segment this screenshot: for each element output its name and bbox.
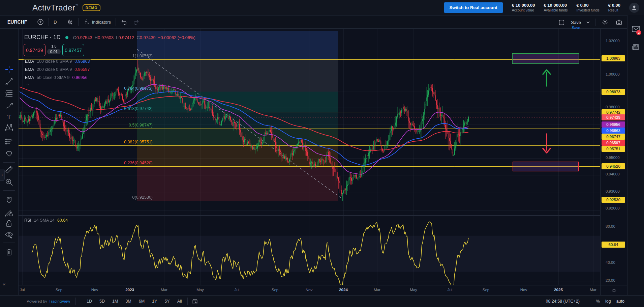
time-axis-label: Mar	[374, 288, 380, 292]
logo-text: ActivTrader	[32, 3, 75, 12]
switch-to-real-button[interactable]: Switch to Real account	[444, 2, 503, 13]
range-button-1m[interactable]: 1M	[110, 298, 121, 305]
percent-scale-button[interactable]: %	[596, 299, 600, 304]
remove-drawings-tool[interactable]	[5, 248, 13, 256]
user-avatar[interactable]	[629, 3, 639, 13]
compare-add-button[interactable]	[32, 19, 49, 25]
range-button-5y[interactable]: 5Y	[162, 298, 172, 305]
redo-button[interactable]	[132, 19, 144, 25]
indicator-row[interactable]: EMA100 close 0 SMA 90.96863	[24, 59, 91, 64]
watchlist-expand-handle[interactable]: ›	[0, 169, 5, 181]
axis-corner[interactable]	[600, 285, 627, 295]
price-axis-label: 80.00	[606, 224, 615, 228]
time-axis-label: Mar	[161, 288, 167, 292]
price-axis-label: 0.95000	[606, 156, 620, 160]
chart-legend[interactable]: EURCHF · 1D O0.97543 H0.97603 L0.97412 C…	[24, 34, 195, 41]
indicator-row[interactable]: EMA200 close 0 SMA 90.96597	[24, 67, 91, 72]
range-button-3m[interactable]: 3M	[123, 298, 134, 305]
legend-collapse-icon[interactable]: ⌃	[26, 83, 29, 88]
account-stat: € 10 000.00Available funds	[544, 3, 568, 12]
drawing-lock-tool[interactable]	[5, 208, 13, 217]
news-icon	[632, 43, 640, 51]
favorites-heart-tool[interactable]	[5, 149, 13, 158]
magnet-tool[interactable]	[5, 196, 13, 205]
save-control[interactable]: Save Save	[571, 20, 581, 25]
go-to-date-icon	[192, 298, 198, 305]
range-button-1d[interactable]: 1D	[84, 298, 95, 305]
right-icon-panel: 2	[627, 15, 644, 295]
gear-icon	[602, 19, 608, 26]
measure-ruler-tool[interactable]	[5, 165, 13, 174]
price-axis[interactable]: 1.020001.009631.000000.989730.980000.977…	[600, 29, 627, 285]
brush-tool[interactable]	[5, 101, 13, 110]
time-axis-label: Sep	[483, 288, 489, 292]
account-stats: € 10 000.00Account value€ 10 000.00Avail…	[512, 3, 620, 12]
position-tool[interactable]	[5, 137, 13, 145]
price-chart-canvas[interactable]	[19, 29, 600, 285]
undo-icon	[121, 19, 127, 25]
go-to-date-button[interactable]	[190, 298, 200, 305]
time-axis-label: Nov	[91, 288, 98, 292]
buy-button[interactable]: 0.97457	[62, 44, 84, 56]
candles-icon	[67, 19, 73, 25]
text-tool[interactable]: T	[5, 113, 13, 121]
auto-scale-button[interactable]: auto	[616, 299, 624, 304]
rsi-legend[interactable]: RSI 14 SMA 14 60.64	[24, 218, 68, 223]
sell-button[interactable]: 0.97439	[24, 44, 45, 56]
lock-all-tool[interactable]	[5, 219, 13, 228]
news-button[interactable]	[632, 43, 640, 53]
bottom-bar: Powered by TradingView 1D5D1M3M6M1Y5YAll…	[0, 295, 644, 307]
tradingview-link[interactable]: TradingView	[49, 299, 70, 303]
price-axis-badge: 1.00963	[602, 55, 625, 61]
settings-button[interactable]	[600, 19, 610, 26]
snapshot-button[interactable]	[614, 19, 624, 26]
price-axis-badge: 0.95751	[602, 146, 625, 152]
price-axis-badge: 0.96747	[602, 134, 625, 140]
fx-icon	[83, 19, 90, 25]
range-button-all[interactable]: All	[175, 298, 185, 305]
hide-drawings-tool[interactable]	[5, 231, 13, 240]
fib-level-label: 0.5(0.96747)	[102, 123, 153, 128]
range-buttons: 1D5D1M3M6M1Y5YAll	[84, 298, 185, 305]
fib-level-label: 0(0.92530)	[102, 195, 153, 200]
time-axis-label: 2024	[339, 288, 348, 292]
bottom-right-controls: 08:24:58 (UTC+2) % log auto	[546, 298, 644, 305]
layout-button[interactable]	[557, 19, 566, 26]
fib-retracement-tool[interactable]	[5, 89, 13, 98]
app-logo: ActivTrader ™	[32, 3, 79, 12]
xabcd-pattern-tool[interactable]	[5, 123, 13, 132]
market-open-dot	[65, 36, 68, 39]
price-axis-label: 0.98000	[606, 105, 620, 109]
range-button-6m[interactable]: 6M	[136, 298, 147, 305]
symbol-label[interactable]: EURCHF	[7, 19, 27, 25]
demo-badge: DEMO	[83, 4, 101, 11]
spread-value: 1.8	[51, 44, 56, 48]
interval-button[interactable]: D	[49, 20, 61, 25]
log-scale-button[interactable]: log	[605, 299, 611, 304]
undo-button[interactable]	[116, 19, 132, 25]
mail-badge: 2	[636, 30, 641, 35]
divider	[588, 298, 588, 305]
collapse-panel-icon[interactable]: «	[3, 281, 5, 287]
save-button[interactable]: Save	[571, 20, 581, 25]
trend-line-tool[interactable]	[5, 77, 13, 86]
chart-area: EURCHF · 1D O0.97543 H0.97603 L0.97412 C…	[19, 29, 600, 285]
price-axis-badge: 60.64	[602, 242, 625, 248]
time-axis-label: Jul	[20, 288, 25, 292]
legend-symbol: EURCHF · 1D	[24, 34, 61, 41]
fib-level-label: 0.764(0.98973)	[102, 86, 153, 91]
chevron-down-icon[interactable]	[586, 20, 590, 25]
session-clock[interactable]: 08:24:58 (UTC+2)	[546, 299, 579, 304]
indicator-row[interactable]: EMA50 close 0 SMA 90.96956	[24, 75, 89, 80]
zoom-in-tool[interactable]	[5, 178, 13, 187]
chart-style-button[interactable]	[62, 19, 78, 25]
lot-size-control[interactable]: 0.01	[47, 49, 61, 54]
fib-level-label: 0.382(0.95751)	[102, 140, 153, 144]
price-axis-label: 0.93000	[606, 189, 620, 193]
time-axis[interactable]: JulSepNov2023MarMayJulSepNov2024MarMayJu…	[19, 285, 600, 295]
range-button-5d[interactable]: 5D	[97, 298, 108, 305]
indicators-button[interactable]: Indicators	[79, 19, 116, 25]
time-axis-label: Sep	[272, 288, 278, 292]
crosshair-tool[interactable]	[5, 65, 13, 74]
range-button-1y[interactable]: 1Y	[149, 298, 160, 305]
